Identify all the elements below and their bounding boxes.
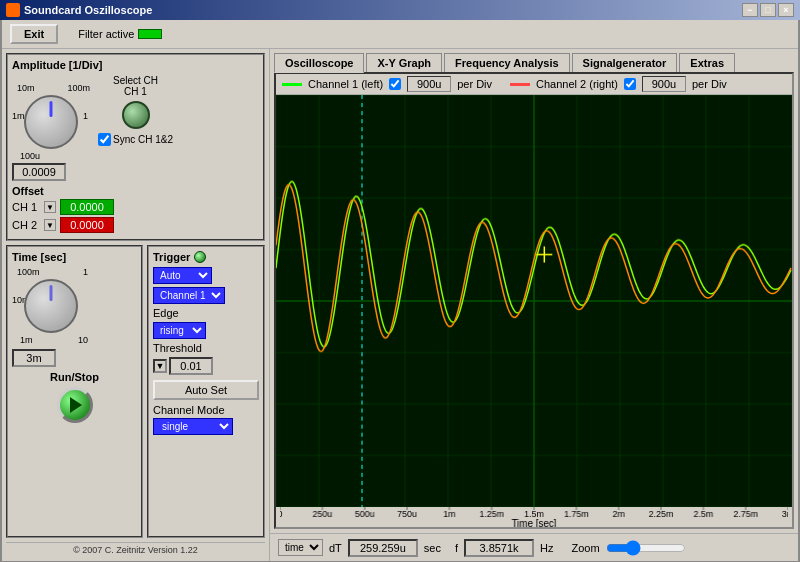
threshold-arrow[interactable]: ▼ <box>153 359 167 373</box>
ch1-offset-input[interactable] <box>60 199 114 215</box>
ch1-channel-label: Channel 1 (left) <box>308 78 383 90</box>
top-bar: Exit Filter active <box>2 20 798 49</box>
trigger-threshold-input-row: ▼ <box>153 357 259 375</box>
amp-label-100m: 100m <box>67 83 90 93</box>
main-window: Exit Filter active Amplitude [1/Div] 10m… <box>0 20 800 562</box>
threshold-input-area: ▼ <box>153 357 213 375</box>
run-stop-button[interactable] <box>57 387 93 423</box>
trigger-header: Trigger <box>153 251 259 263</box>
ch2-per-div-input[interactable] <box>642 76 686 92</box>
trigger-section: Trigger Auto Normal Single Channel 1 <box>147 245 265 538</box>
f-unit: Hz <box>540 542 553 554</box>
amplitude-area: 10m 100m 1m 1 100u Select CH CH 1 <box>12 75 259 161</box>
amp-label-10m: 10m <box>17 83 35 93</box>
copyright: © 2007 C. Zeitnitz Version 1.22 <box>6 542 265 557</box>
ch1-offset-row: CH 1 ▼ <box>12 199 259 215</box>
bottom-bar: time freq dT sec f Hz Zoom <box>270 533 798 561</box>
tabs: Oscilloscope X-Y Graph Frequency Analysi… <box>270 49 798 72</box>
title-text: Soundcard Oszilloscope <box>24 4 152 16</box>
time-value-input[interactable] <box>12 349 56 367</box>
run-stop-label: Run/Stop <box>50 371 99 383</box>
select-ch-label: Select CH <box>113 75 158 86</box>
ch2-offset-arrow[interactable]: ▼ <box>44 219 56 231</box>
time-value-area <box>12 349 137 367</box>
amplitude-knob[interactable] <box>24 95 78 149</box>
offset-label: Offset <box>12 185 259 197</box>
ch2-visibility-checkbox[interactable] <box>624 78 636 90</box>
x-axis <box>276 507 792 527</box>
time-label-10: 10 <box>78 335 88 345</box>
ch1-visibility-checkbox[interactable] <box>389 78 401 90</box>
auto-set-button[interactable]: Auto Set <box>153 380 259 400</box>
tab-frequency-analysis[interactable]: Frequency Analysis <box>444 53 570 72</box>
ch2-line-indicator <box>510 83 530 86</box>
ch2-offset-input[interactable] <box>60 217 114 233</box>
ch2-offset-row: CH 2 ▼ <box>12 217 259 233</box>
time-knob[interactable] <box>24 279 78 333</box>
time-trigger-area: Time [sec] 100m 1 10m 1m 10 <box>6 245 265 542</box>
x-axis-canvas <box>280 507 788 527</box>
scope-canvas <box>276 95 792 507</box>
trigger-channel-select[interactable]: Channel 1 Channel 2 <box>153 287 225 304</box>
amplitude-value-area <box>12 163 259 181</box>
amplitude-section: Amplitude [1/Div] 10m 100m 1m 1 100u <box>6 53 265 241</box>
cursor-mode-select[interactable]: time freq <box>278 539 323 556</box>
title-bar: Soundcard Oszilloscope − □ × <box>0 0 800 20</box>
play-icon <box>70 397 82 413</box>
minimize-button[interactable]: − <box>742 3 758 17</box>
amplitude-value-input[interactable] <box>12 163 66 181</box>
trigger-threshold-row: Threshold <box>153 342 259 354</box>
f-value-input[interactable] <box>464 539 534 557</box>
tab-extras[interactable]: Extras <box>679 53 735 72</box>
channel-mode-label: Channel Mode <box>153 404 259 416</box>
ch1-line-indicator <box>282 83 302 86</box>
channel-mode-area: Channel Mode single dual <box>153 404 259 435</box>
oscilloscope-display <box>276 95 792 507</box>
tab-signal-generator[interactable]: Signalgenerator <box>572 53 678 72</box>
trigger-edge-select[interactable]: rising falling <box>153 322 206 339</box>
trigger-mode-select[interactable]: Auto Normal Single <box>153 267 212 284</box>
offset-area: Offset CH 1 ▼ CH 2 ▼ <box>12 185 259 233</box>
maximize-button[interactable]: □ <box>760 3 776 17</box>
time-label-1: 1 <box>83 267 88 277</box>
ch1-per-div-input[interactable] <box>407 76 451 92</box>
dt-value-input[interactable] <box>348 539 418 557</box>
tab-xy-graph[interactable]: X-Y Graph <box>366 53 442 72</box>
close-button[interactable]: × <box>778 3 794 17</box>
ch2-channel-label: Channel 2 (right) <box>536 78 618 90</box>
right-panel: Oscilloscope X-Y Graph Frequency Analysi… <box>270 49 798 561</box>
run-stop-area: Run/Stop <box>12 367 137 427</box>
ch1-per-div-label: per Div <box>457 78 492 90</box>
dt-unit: sec <box>424 542 441 554</box>
sync-check: Sync CH 1&2 <box>98 133 173 146</box>
app-icon <box>6 3 20 17</box>
trigger-edge-row: Edge <box>153 307 259 319</box>
content-area: Amplitude [1/Div] 10m 100m 1m 1 100u <box>2 49 798 561</box>
zoom-slider[interactable] <box>606 541 686 555</box>
time-knob-area: 100m 1 10m 1m 10 <box>12 267 90 345</box>
select-ch-area: Select CH CH 1 Sync CH 1&2 <box>98 75 173 146</box>
channel-mode-select[interactable]: single dual <box>153 418 233 435</box>
trigger-edge-label: Edge <box>153 307 179 319</box>
sync-checkbox[interactable] <box>98 133 111 146</box>
time-section: Time [sec] 100m 1 10m 1m 10 <box>6 245 143 538</box>
time-label-1m: 1m <box>20 335 33 345</box>
f-label: f <box>455 542 458 554</box>
trigger-edge-select-row: rising falling <box>153 322 259 339</box>
filter-led <box>138 29 162 39</box>
window-controls: − □ × <box>742 3 794 17</box>
dt-label: dT <box>329 542 342 554</box>
exit-button[interactable]: Exit <box>10 24 58 44</box>
amplitude-knob-wrap: 10m 100m 1m 1 100u <box>12 83 90 161</box>
trigger-channel-row: Channel 1 Channel 2 <box>153 287 259 304</box>
tab-oscilloscope[interactable]: Oscilloscope <box>274 53 364 73</box>
amp-label-1m: 1m <box>12 111 25 121</box>
time-title: Time [sec] <box>12 251 137 263</box>
ch1-label: CH 1 <box>124 86 147 97</box>
threshold-input[interactable] <box>169 357 213 375</box>
ch1-offset-arrow[interactable]: ▼ <box>44 201 56 213</box>
time-label-100m: 100m <box>17 267 40 277</box>
zoom-label: Zoom <box>571 542 599 554</box>
trigger-mode-row: Auto Normal Single <box>153 267 259 284</box>
trigger-threshold-label: Threshold <box>153 342 202 354</box>
